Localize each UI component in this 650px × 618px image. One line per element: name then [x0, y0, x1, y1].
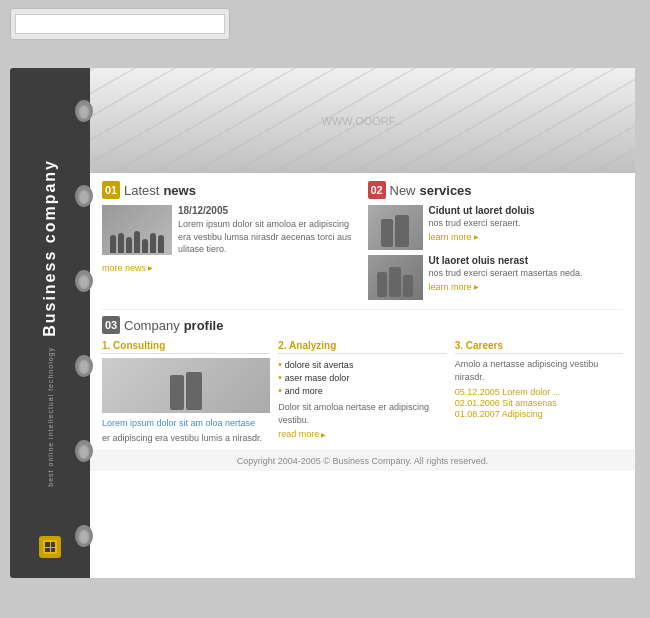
- news-date: 18/12/2005: [178, 205, 358, 216]
- profile-title-bold: profile: [184, 318, 224, 333]
- service-figures-1: [378, 205, 412, 250]
- news-title-bold: news: [163, 183, 196, 198]
- consulting-figures: [102, 358, 270, 413]
- careers-links: 05.12.2005 Lorem dolor ... 02.01.2006 Si…: [455, 387, 623, 419]
- news-people-img: [102, 205, 172, 255]
- careers-link-2[interactable]: 02.01.2006 Sit amasenas: [455, 398, 623, 408]
- person-3: [126, 237, 132, 253]
- person-6: [150, 233, 156, 253]
- ring-4: [75, 355, 93, 377]
- service-title-2: Ut laoret oluis nerast: [429, 255, 583, 266]
- careers-intro: Amolo a nertasse adipiscing vestibu nira…: [455, 358, 623, 383]
- ring-2: [75, 185, 93, 207]
- footer: Copyright 2004-2005 © Business Company. …: [90, 450, 635, 471]
- hero-bg: [90, 68, 635, 173]
- consulting-body: er adipiscing era vestibu lumis a nirasd…: [102, 432, 270, 445]
- news-thumb-1: [102, 205, 172, 255]
- consult-fig-1: [170, 375, 184, 410]
- people-silhouette: [110, 231, 164, 255]
- service-item-1: Cidunt ut laoret doluis nos trud exerci …: [368, 205, 624, 250]
- person-1: [110, 235, 116, 253]
- news-title-plain: Latest: [124, 183, 159, 198]
- news-body-1: 18/12/2005 Lorem ipsum dolor sit amoloa …: [178, 205, 358, 256]
- service-body-1: Cidunt ut laoret doluis nos trud exerci …: [429, 205, 535, 250]
- ring-5: [75, 440, 93, 462]
- services-title-plain: New: [390, 183, 416, 198]
- content-area: WWW.OOORF... Home page 01 02 03 04 05: [90, 68, 635, 578]
- careers-col: 3. Careers Amolo a nertasse adipiscing v…: [455, 340, 623, 444]
- analyzing-item-1: dolore sit avertas: [278, 358, 446, 371]
- person-7: [158, 235, 164, 253]
- profile-header: 03 Company profile: [102, 316, 623, 334]
- news-text: Lorem ipsum dolor sit amoloa er adipisci…: [178, 218, 358, 256]
- brand-icon-grid: [43, 540, 57, 554]
- consulting-col: 1. Consulting Lorem ipsum dolor sit am o…: [102, 340, 270, 444]
- latest-news-header: 01 Latest news: [102, 181, 358, 199]
- analyzing-header: 2. Analyzing: [278, 340, 446, 354]
- careers-link-1[interactable]: 05.12.2005 Lorem dolor ...: [455, 387, 623, 397]
- service-thumb-1: [368, 205, 423, 250]
- search-input[interactable]: [15, 14, 225, 34]
- brand-icon: [39, 536, 61, 558]
- service-text-2: nos trud exerci seraert masertas neda.: [429, 268, 583, 280]
- ring-6: [75, 525, 93, 547]
- more-news-link[interactable]: more news: [102, 263, 153, 273]
- service-item-2: Ut laoret oluis nerast nos trud exerci s…: [368, 255, 624, 300]
- new-services-col: 02 New services: [368, 181, 624, 305]
- fig-4: [389, 267, 401, 297]
- fig-1: [381, 219, 393, 247]
- service-text-1: nos trud exerci seraert.: [429, 218, 535, 230]
- ring-3: [75, 270, 93, 292]
- service-title-1: Cidunt ut laoret doluis: [429, 205, 535, 216]
- analyzing-link-1[interactable]: dolore sit avertas: [285, 360, 354, 370]
- analyzing-read-more[interactable]: read more: [278, 429, 326, 439]
- news-item-1: 18/12/2005 Lorem ipsum dolor sit amoloa …: [102, 205, 358, 256]
- person-4: [134, 231, 140, 253]
- fig-3: [377, 272, 387, 297]
- news-section-num: 01: [102, 181, 120, 199]
- copyright: Copyright 2004-2005 © Business Company. …: [237, 456, 489, 466]
- person-2: [118, 233, 124, 253]
- person-5: [142, 239, 148, 253]
- service-body-2: Ut laoret oluis nerast nos trud exerci s…: [429, 255, 583, 300]
- profile-title-plain: Company: [124, 318, 180, 333]
- analyzing-col: 2. Analyzing dolore sit avertas aser mas…: [278, 340, 446, 444]
- sidebar: Business company best online intellectua…: [10, 68, 90, 578]
- analyzing-item-3: and more: [278, 384, 446, 397]
- ring-1: [75, 100, 93, 122]
- consult-fig-2: [186, 372, 202, 410]
- notebook: Business company best online intellectua…: [10, 68, 635, 578]
- services-title-bold: services: [420, 183, 472, 198]
- careers-link-3[interactable]: 01.08.2007 Adipiscing: [455, 409, 623, 419]
- careers-header: 3. Careers: [455, 340, 623, 354]
- latest-news-col: 01 Latest news: [102, 181, 358, 305]
- company-profile-section: 03 Company profile 1. Consulting: [102, 310, 623, 450]
- analyzing-text: Dolor sit amoloa nertase er adipiscing v…: [278, 401, 446, 426]
- analyzing-link-3[interactable]: and more: [285, 386, 323, 396]
- profile-three-col: 1. Consulting Lorem ipsum dolor sit am o…: [102, 340, 623, 444]
- tagline: best online intellectual technology: [47, 347, 54, 487]
- fig-2: [395, 215, 409, 247]
- main-sections: 01 Latest news: [90, 173, 635, 450]
- service-figures-2: [368, 255, 423, 300]
- services-header: 02 New services: [368, 181, 624, 199]
- service-learn-more-1[interactable]: learn more: [429, 232, 479, 242]
- top-bar: [10, 8, 230, 40]
- consulting-header: 1. Consulting: [102, 340, 270, 354]
- hero-image: WWW.OOORF...: [90, 68, 635, 173]
- analyzing-item-2: aser mase dolor: [278, 371, 446, 384]
- company-name: Business company: [41, 159, 59, 337]
- consulting-link-text: Lorem ipsum dolor sit am oloa nertase: [102, 417, 270, 430]
- news-services-row: 01 Latest news: [102, 173, 623, 310]
- service-learn-more-2[interactable]: learn more: [429, 282, 479, 292]
- profile-section-num: 03: [102, 316, 120, 334]
- analyzing-list: dolore sit avertas aser mase dolor and m…: [278, 358, 446, 397]
- fig-5: [403, 275, 413, 297]
- services-section-num: 02: [368, 181, 386, 199]
- ring-binders: [72, 68, 96, 578]
- service-thumb-2: [368, 255, 423, 300]
- consulting-link[interactable]: Lorem ipsum dolor sit am oloa nertase: [102, 418, 255, 428]
- analyzing-link-2[interactable]: aser mase dolor: [285, 373, 350, 383]
- consulting-img: [102, 358, 270, 413]
